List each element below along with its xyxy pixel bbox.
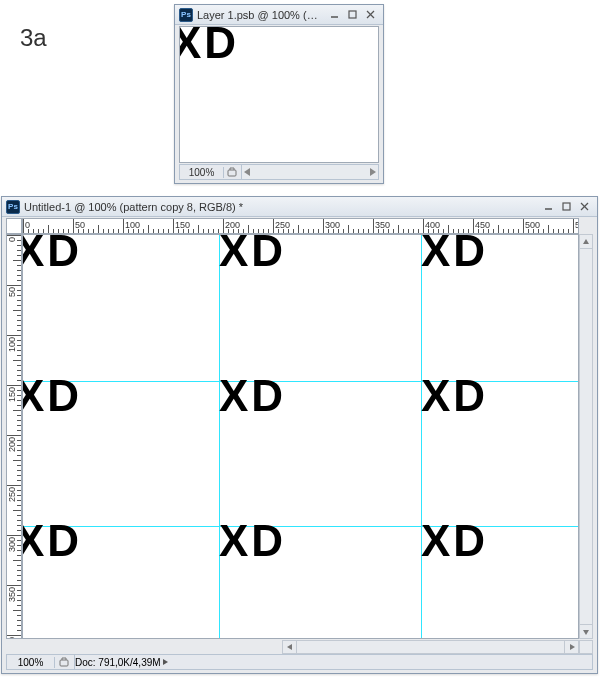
svg-marker-12 <box>570 644 575 650</box>
minimize-button[interactable] <box>541 200 557 214</box>
scroll-right-icon[interactable] <box>564 641 578 653</box>
window-title: Untitled-1 @ 100% (pattern copy 8, RGB/8… <box>24 201 537 213</box>
status-bar: 100% Doc: 791,0K/4,39M <box>6 654 593 670</box>
svg-rect-6 <box>563 203 570 210</box>
pattern-tile-text: XD <box>219 519 286 563</box>
ruler-horizontal[interactable]: 050100150200250300350400450500550 <box>22 218 579 234</box>
pattern-tile-text: XD <box>22 234 82 273</box>
guide-vertical[interactable] <box>219 235 220 638</box>
pattern-tile-text: XD <box>22 519 82 563</box>
maximize-button[interactable] <box>559 200 575 214</box>
ruler-v-label: 350 <box>8 587 17 602</box>
resize-grip[interactable] <box>579 640 593 654</box>
ruler-h-label: 50 <box>75 220 85 230</box>
ruler-v-label: 300 <box>8 537 17 552</box>
guide-horizontal[interactable] <box>23 381 578 382</box>
window-untitled: Ps Untitled-1 @ 100% (pattern copy 8, RG… <box>1 196 598 674</box>
guide-vertical[interactable] <box>421 235 422 638</box>
ruler-h-label: 200 <box>225 220 240 230</box>
svg-rect-13 <box>60 660 68 666</box>
zoom-field[interactable]: 100% <box>180 167 224 178</box>
zoom-field[interactable]: 100% <box>7 657 55 668</box>
window-layer-psb: Ps Layer 1.psb @ 100% (R... XD 100% <box>174 4 384 184</box>
status-bar: 100% <box>179 164 379 180</box>
maximize-button[interactable] <box>345 8 361 22</box>
svg-rect-4 <box>228 170 236 176</box>
ruler-v-label: 200 <box>8 437 17 452</box>
pattern-tile-text: XD <box>219 374 286 418</box>
horizontal-scrollbar[interactable] <box>282 640 579 654</box>
guide-horizontal[interactable] <box>23 526 578 527</box>
ruler-h-label: 150 <box>175 220 190 230</box>
close-button[interactable] <box>577 200 593 214</box>
canvas[interactable]: XD <box>179 26 379 163</box>
status-icon[interactable] <box>224 165 242 179</box>
scroll-left-icon[interactable] <box>283 641 297 653</box>
ruler-origin[interactable] <box>6 218 22 234</box>
ruler-h-label: 300 <box>325 220 340 230</box>
titlebar[interactable]: Ps Untitled-1 @ 100% (pattern copy 8, RG… <box>2 197 597 217</box>
svg-rect-1 <box>349 11 356 18</box>
close-button[interactable] <box>363 8 379 22</box>
svg-marker-14 <box>163 659 168 665</box>
ruler-v-label: 100 <box>8 337 17 352</box>
pattern-tile-text: XD <box>421 519 488 563</box>
ruler-vertical[interactable]: 050100150200250300350400 <box>6 234 22 639</box>
window-title: Layer 1.psb @ 100% (R... <box>197 9 323 21</box>
svg-marker-10 <box>583 630 589 635</box>
ruler-v-label: 0 <box>8 237 17 242</box>
photoshop-icon: Ps <box>6 200 20 214</box>
pattern-tile-text: XD <box>421 234 488 273</box>
ruler-h-label: 550 <box>575 220 579 230</box>
svg-marker-9 <box>583 239 589 244</box>
pattern-text: XD <box>179 26 239 65</box>
pattern-tile-text: XD <box>421 374 488 418</box>
ruler-h-label: 450 <box>475 220 490 230</box>
status-menu-icon[interactable] <box>161 657 169 668</box>
ruler-h-label: 400 <box>425 220 440 230</box>
ruler-v-label: 150 <box>8 387 17 402</box>
ruler-h-label: 350 <box>375 220 390 230</box>
canvas[interactable]: XDXDXDXDXDXDXDXDXD <box>22 234 579 639</box>
horizontal-scrollbar[interactable] <box>242 165 378 179</box>
ruler-h-label: 250 <box>275 220 290 230</box>
ruler-h-label: 0 <box>25 220 30 230</box>
doc-info: Doc: 791,0K/4,39M <box>75 657 161 668</box>
ruler-h-label: 500 <box>525 220 540 230</box>
scroll-down-icon[interactable] <box>580 624 592 638</box>
scroll-up-icon[interactable] <box>580 235 592 249</box>
vertical-scrollbar[interactable] <box>579 234 593 639</box>
ruler-v-label: 250 <box>8 487 17 502</box>
titlebar[interactable]: Ps Layer 1.psb @ 100% (R... <box>175 5 383 25</box>
pattern-tile-text: XD <box>22 374 82 418</box>
step-label: 3a <box>20 24 47 52</box>
pattern-tile-text: XD <box>219 234 286 273</box>
svg-marker-11 <box>287 644 292 650</box>
ruler-v-label: 400 <box>8 637 17 639</box>
ruler-h-label: 100 <box>125 220 140 230</box>
photoshop-icon: Ps <box>179 8 193 22</box>
status-icon[interactable] <box>55 655 75 669</box>
ruler-v-label: 50 <box>8 287 17 297</box>
minimize-button[interactable] <box>327 8 343 22</box>
